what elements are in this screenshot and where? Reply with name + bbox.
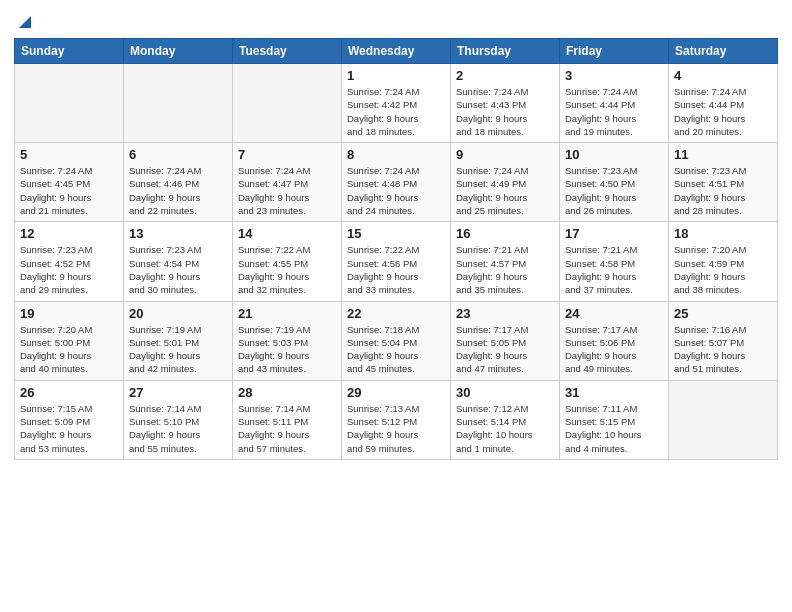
day-info: Sunrise: 7:24 AM Sunset: 4:43 PM Dayligh… <box>456 85 554 138</box>
day-info: Sunrise: 7:24 AM Sunset: 4:48 PM Dayligh… <box>347 164 445 217</box>
day-number: 31 <box>565 385 663 400</box>
day-info: Sunrise: 7:11 AM Sunset: 5:15 PM Dayligh… <box>565 402 663 455</box>
day-number: 25 <box>674 306 772 321</box>
calendar-cell: 9Sunrise: 7:24 AM Sunset: 4:49 PM Daylig… <box>451 143 560 222</box>
day-info: Sunrise: 7:15 AM Sunset: 5:09 PM Dayligh… <box>20 402 118 455</box>
day-number: 22 <box>347 306 445 321</box>
day-number: 3 <box>565 68 663 83</box>
calendar-cell: 12Sunrise: 7:23 AM Sunset: 4:52 PM Dayli… <box>15 222 124 301</box>
calendar-cell <box>669 380 778 459</box>
calendar-cell: 19Sunrise: 7:20 AM Sunset: 5:00 PM Dayli… <box>15 301 124 380</box>
calendar-cell: 4Sunrise: 7:24 AM Sunset: 4:44 PM Daylig… <box>669 64 778 143</box>
weekday-header-row: SundayMondayTuesdayWednesdayThursdayFrid… <box>15 39 778 64</box>
day-number: 20 <box>129 306 227 321</box>
calendar-cell: 13Sunrise: 7:23 AM Sunset: 4:54 PM Dayli… <box>124 222 233 301</box>
calendar-cell: 1Sunrise: 7:24 AM Sunset: 4:42 PM Daylig… <box>342 64 451 143</box>
calendar-table: SundayMondayTuesdayWednesdayThursdayFrid… <box>14 38 778 460</box>
calendar-cell: 28Sunrise: 7:14 AM Sunset: 5:11 PM Dayli… <box>233 380 342 459</box>
calendar-cell: 24Sunrise: 7:17 AM Sunset: 5:06 PM Dayli… <box>560 301 669 380</box>
day-number: 15 <box>347 226 445 241</box>
day-info: Sunrise: 7:23 AM Sunset: 4:50 PM Dayligh… <box>565 164 663 217</box>
day-info: Sunrise: 7:24 AM Sunset: 4:45 PM Dayligh… <box>20 164 118 217</box>
day-info: Sunrise: 7:12 AM Sunset: 5:14 PM Dayligh… <box>456 402 554 455</box>
svg-marker-0 <box>19 16 31 28</box>
day-info: Sunrise: 7:14 AM Sunset: 5:11 PM Dayligh… <box>238 402 336 455</box>
day-info: Sunrise: 7:23 AM Sunset: 4:52 PM Dayligh… <box>20 243 118 296</box>
weekday-header-thursday: Thursday <box>451 39 560 64</box>
day-number: 10 <box>565 147 663 162</box>
day-info: Sunrise: 7:24 AM Sunset: 4:44 PM Dayligh… <box>565 85 663 138</box>
calendar-cell: 15Sunrise: 7:22 AM Sunset: 4:56 PM Dayli… <box>342 222 451 301</box>
day-info: Sunrise: 7:20 AM Sunset: 4:59 PM Dayligh… <box>674 243 772 296</box>
calendar-cell: 23Sunrise: 7:17 AM Sunset: 5:05 PM Dayli… <box>451 301 560 380</box>
calendar-cell: 14Sunrise: 7:22 AM Sunset: 4:55 PM Dayli… <box>233 222 342 301</box>
calendar-week-row-1: 1Sunrise: 7:24 AM Sunset: 4:42 PM Daylig… <box>15 64 778 143</box>
day-info: Sunrise: 7:23 AM Sunset: 4:51 PM Dayligh… <box>674 164 772 217</box>
weekday-header-tuesday: Tuesday <box>233 39 342 64</box>
calendar-cell: 21Sunrise: 7:19 AM Sunset: 5:03 PM Dayli… <box>233 301 342 380</box>
day-info: Sunrise: 7:21 AM Sunset: 4:57 PM Dayligh… <box>456 243 554 296</box>
calendar-cell: 17Sunrise: 7:21 AM Sunset: 4:58 PM Dayli… <box>560 222 669 301</box>
day-number: 2 <box>456 68 554 83</box>
calendar-week-row-5: 26Sunrise: 7:15 AM Sunset: 5:09 PM Dayli… <box>15 380 778 459</box>
day-number: 29 <box>347 385 445 400</box>
day-number: 19 <box>20 306 118 321</box>
day-number: 1 <box>347 68 445 83</box>
day-number: 28 <box>238 385 336 400</box>
calendar-cell: 20Sunrise: 7:19 AM Sunset: 5:01 PM Dayli… <box>124 301 233 380</box>
day-info: Sunrise: 7:19 AM Sunset: 5:01 PM Dayligh… <box>129 323 227 376</box>
calendar-cell: 22Sunrise: 7:18 AM Sunset: 5:04 PM Dayli… <box>342 301 451 380</box>
day-info: Sunrise: 7:13 AM Sunset: 5:12 PM Dayligh… <box>347 402 445 455</box>
day-number: 17 <box>565 226 663 241</box>
calendar-cell: 25Sunrise: 7:16 AM Sunset: 5:07 PM Dayli… <box>669 301 778 380</box>
day-number: 6 <box>129 147 227 162</box>
day-info: Sunrise: 7:16 AM Sunset: 5:07 PM Dayligh… <box>674 323 772 376</box>
calendar-week-row-2: 5Sunrise: 7:24 AM Sunset: 4:45 PM Daylig… <box>15 143 778 222</box>
day-info: Sunrise: 7:17 AM Sunset: 5:06 PM Dayligh… <box>565 323 663 376</box>
day-info: Sunrise: 7:24 AM Sunset: 4:44 PM Dayligh… <box>674 85 772 138</box>
day-number: 7 <box>238 147 336 162</box>
calendar-cell: 31Sunrise: 7:11 AM Sunset: 5:15 PM Dayli… <box>560 380 669 459</box>
calendar-cell <box>233 64 342 143</box>
day-info: Sunrise: 7:22 AM Sunset: 4:55 PM Dayligh… <box>238 243 336 296</box>
weekday-header-sunday: Sunday <box>15 39 124 64</box>
day-info: Sunrise: 7:14 AM Sunset: 5:10 PM Dayligh… <box>129 402 227 455</box>
day-number: 16 <box>456 226 554 241</box>
day-info: Sunrise: 7:19 AM Sunset: 5:03 PM Dayligh… <box>238 323 336 376</box>
calendar-cell: 6Sunrise: 7:24 AM Sunset: 4:46 PM Daylig… <box>124 143 233 222</box>
day-number: 11 <box>674 147 772 162</box>
header <box>14 10 778 30</box>
weekday-header-friday: Friday <box>560 39 669 64</box>
calendar-cell: 5Sunrise: 7:24 AM Sunset: 4:45 PM Daylig… <box>15 143 124 222</box>
day-number: 30 <box>456 385 554 400</box>
calendar-cell: 27Sunrise: 7:14 AM Sunset: 5:10 PM Dayli… <box>124 380 233 459</box>
weekday-header-wednesday: Wednesday <box>342 39 451 64</box>
day-number: 18 <box>674 226 772 241</box>
day-number: 12 <box>20 226 118 241</box>
day-number: 26 <box>20 385 118 400</box>
calendar-cell: 29Sunrise: 7:13 AM Sunset: 5:12 PM Dayli… <box>342 380 451 459</box>
calendar-cell: 26Sunrise: 7:15 AM Sunset: 5:09 PM Dayli… <box>15 380 124 459</box>
day-number: 4 <box>674 68 772 83</box>
calendar-cell: 18Sunrise: 7:20 AM Sunset: 4:59 PM Dayli… <box>669 222 778 301</box>
calendar-cell <box>15 64 124 143</box>
day-info: Sunrise: 7:17 AM Sunset: 5:05 PM Dayligh… <box>456 323 554 376</box>
day-info: Sunrise: 7:20 AM Sunset: 5:00 PM Dayligh… <box>20 323 118 376</box>
calendar-cell: 10Sunrise: 7:23 AM Sunset: 4:50 PM Dayli… <box>560 143 669 222</box>
logo <box>14 14 33 30</box>
day-number: 9 <box>456 147 554 162</box>
day-info: Sunrise: 7:24 AM Sunset: 4:49 PM Dayligh… <box>456 164 554 217</box>
day-number: 5 <box>20 147 118 162</box>
day-number: 14 <box>238 226 336 241</box>
page: SundayMondayTuesdayWednesdayThursdayFrid… <box>0 0 792 612</box>
calendar-cell: 16Sunrise: 7:21 AM Sunset: 4:57 PM Dayli… <box>451 222 560 301</box>
weekday-header-monday: Monday <box>124 39 233 64</box>
day-number: 13 <box>129 226 227 241</box>
day-number: 24 <box>565 306 663 321</box>
calendar-cell: 30Sunrise: 7:12 AM Sunset: 5:14 PM Dayli… <box>451 380 560 459</box>
day-info: Sunrise: 7:24 AM Sunset: 4:47 PM Dayligh… <box>238 164 336 217</box>
calendar-cell: 11Sunrise: 7:23 AM Sunset: 4:51 PM Dayli… <box>669 143 778 222</box>
weekday-header-saturday: Saturday <box>669 39 778 64</box>
calendar-cell: 7Sunrise: 7:24 AM Sunset: 4:47 PM Daylig… <box>233 143 342 222</box>
day-info: Sunrise: 7:23 AM Sunset: 4:54 PM Dayligh… <box>129 243 227 296</box>
